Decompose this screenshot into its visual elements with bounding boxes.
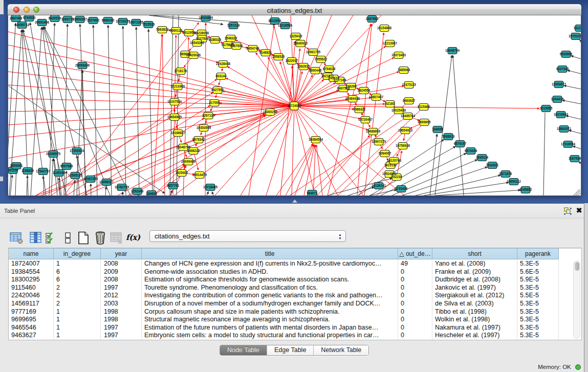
table-row[interactable]: 977716911998Corpus callosum shape and si… [9,308,573,316]
graph-node-label: 12505135 [68,173,83,177]
column-header-title[interactable]: title [142,248,398,259]
table-cell: Stergiakouli et al. (2012) [432,292,517,300]
graph-node-label: 1362615 [297,64,310,68]
column-header-year[interactable]: year [101,248,142,259]
graph-node-label: 5938913 [442,135,455,138]
graph-node-label: 1733426 [395,187,408,190]
table-cell: Investigating the contribution of common… [142,292,398,300]
column-header-name[interactable]: name [9,248,54,259]
background-artifact [0,177,3,181]
graph-edge [573,146,581,149]
panel-right-sliver [584,203,588,372]
graph-edge [579,40,581,41]
column-header-out_de[interactable]: △ out_de… [398,248,432,259]
table-cell: 6 [54,276,101,284]
table-selector-dropdown[interactable]: citations_edges.txt ▲▼ [149,230,346,242]
table-row[interactable]: 946554611997Estimation of the future num… [9,324,573,332]
window-titlebar[interactable]: citations_edges.txt [8,4,581,15]
graph-node-label: 8813054 [269,19,281,23]
graph-node-label: 164095 [432,127,443,131]
new-table-icon[interactable] [76,231,91,245]
graph-edge [266,106,294,195]
table-row[interactable]: 946362711997Embryonic stem cells: a mode… [9,332,573,340]
column-visibility-icon[interactable] [29,231,43,245]
graph-node-label: 10958107 [99,180,114,184]
table-cell: Wolkin et al. (1998) [432,316,517,324]
graph-node-label: 10025438 [391,108,406,112]
graph-node-label: 15751074 [569,34,581,38]
scrollbar-thumb[interactable] [575,262,579,271]
graph-edge [290,116,408,195]
graph-node-label: 803144 [215,74,227,78]
graph-node-label: 2718176 [175,69,187,73]
table-toolbar: f(x) citations_edges.txt ▲▼ [0,218,588,243]
table-cell: 5.3E-5 [517,308,559,316]
graph-node-label: 18300295 [263,110,278,114]
graph-node-label: 24099489 [181,160,196,163]
table-cell: 5.3E-5 [517,324,559,332]
table-cell: Tibbo et al. (1998) [432,308,517,316]
table-panel-title: Table Panel [4,208,35,214]
table-selector-value: citations_edges.txt [155,232,210,240]
graph-edge [212,191,213,195]
graph-node-label: 9427552 [211,88,224,92]
column-header-in_degree[interactable]: in_degree [54,248,101,259]
table-row[interactable]: 1456911722003Disruption of a novel membe… [9,300,573,308]
function-builder-icon[interactable]: f(x) [126,233,143,247]
tab-node-table[interactable]: Node Table [220,345,267,355]
table-cell: 1998 [101,316,142,324]
import-table-icon[interactable] [109,231,123,245]
table-cell: 1997 [101,284,142,292]
select-rows-icon[interactable] [44,231,58,245]
table-cell: Tourette syndrome. Phenomenology and cla… [142,284,398,292]
table-vertical-scrollbar[interactable] [573,260,580,339]
graph-edge [122,192,123,195]
graph-edge [148,29,153,195]
table-cell: 0 [398,292,432,300]
graph-node-label: 15720407 [358,118,373,121]
graph-node-label: 1167534 [569,157,581,160]
column-header-short[interactable]: short [432,248,517,259]
float-panel-icon[interactable] [564,207,572,215]
column-header-pagerank[interactable]: pagerank [517,248,559,259]
table-cell: 2008 [101,260,142,268]
graph-node-label: 6679197 [454,142,467,145]
table-row[interactable]: 1830029562008Estimation of significance … [9,276,573,284]
graph-node-label: 10688609 [366,129,381,133]
close-panel-icon[interactable]: ✖ [575,207,583,214]
graph-edge [205,23,206,195]
network-canvas[interactable]: 2467408140557139734520206914068420519109… [8,15,581,195]
table-row[interactable]: 969969511998Structural magnetic resonanc… [9,316,573,324]
graph-node-label: 9474444 [465,149,477,152]
delete-table-icon[interactable] [93,231,107,245]
graph-node-label: 1558520 [272,55,285,58]
table-cell: Genome-wide association studies in ADHD. [142,268,398,276]
table-cell: Structural magnetic resonance image aver… [142,316,398,324]
tab-network-table[interactable]: Network Table [314,345,368,355]
table-row[interactable]: 2242004622012Investigating the contribut… [9,292,573,300]
graph-node-label: 3267110 [202,114,215,117]
graph-node-label: 10654112 [507,180,521,183]
graph-node-label: 391159 [8,168,18,172]
row-height-icon[interactable] [61,231,75,245]
table-body: 1872400712008Changes of HCN gene express… [9,260,573,340]
graph-edge [564,85,581,89]
graph-node-label: 14136141 [372,184,386,187]
graph-node-label: 8471676 [499,172,512,176]
table-row[interactable]: 1872400712008Changes of HCN gene express… [9,260,573,268]
graph-node-label: 9327509 [196,37,209,40]
graph-edge [569,130,581,134]
table-cell: 18300295 [9,276,54,284]
window-resize-grip[interactable] [574,189,581,195]
graph-node-label: 252234 [391,175,402,179]
graph-edge [241,106,294,195]
splitter-handle-icon[interactable] [292,200,297,203]
table-row[interactable]: 1938455462009Genome-wide association stu… [9,268,573,276]
graph-node-label: 2935114 [476,156,489,159]
table-settings-icon[interactable] [9,231,24,245]
graph-edge [130,106,294,195]
graph-node-label: 8912954 [183,31,195,34]
table-row[interactable]: 911546021997Tourette syndrome. Phenomeno… [9,284,573,292]
graph-edge [207,191,208,195]
tab-edge-table[interactable]: Edge Table [267,345,314,355]
